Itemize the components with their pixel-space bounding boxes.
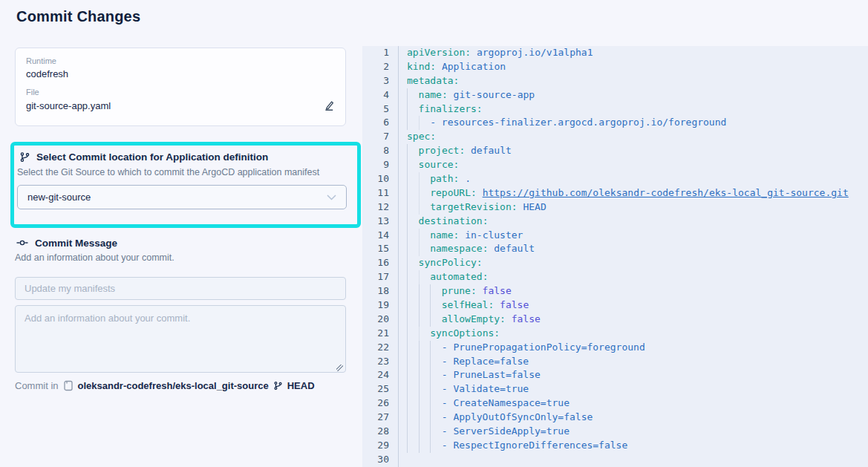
line-number: 22 xyxy=(362,341,399,355)
line-number: 15 xyxy=(362,242,399,256)
code-token-val: - RespectIgnoreDifferences=false xyxy=(442,440,627,451)
commit-message-subtitle: Add an information about your commit. xyxy=(15,252,174,263)
code-token-key: path: xyxy=(430,173,459,184)
runtime-value: codefresh xyxy=(26,68,335,79)
code-token-val: - CreateNamespace=true xyxy=(442,397,570,408)
code-line[interactable]: 7spec: xyxy=(362,130,868,144)
code-token-val: argoproj.io/v1alpha1 xyxy=(471,47,593,58)
code-line[interactable]: 12targetRevision: HEAD xyxy=(362,200,868,215)
code-token-key: spec: xyxy=(407,131,436,142)
code-line[interactable]: 18prune: false xyxy=(362,284,868,298)
commit-repo-name: oleksandr-codefresh/eks-local_git-source xyxy=(78,380,269,391)
code-token-key: apiVersion: xyxy=(407,47,471,58)
line-number: 14 xyxy=(362,229,399,243)
code-token-key: repoURL: xyxy=(430,187,477,198)
line-number: 21 xyxy=(362,327,399,341)
code-line[interactable]: 4name: git-source-app xyxy=(362,88,868,102)
git-branch-icon xyxy=(19,151,30,163)
runtime-label: Runtime xyxy=(26,56,335,65)
code-token-val: - PrunePropagationPolicy=foreground xyxy=(442,342,645,353)
code-line[interactable]: 10path: . xyxy=(362,172,868,186)
code-line[interactable]: 9source: xyxy=(362,158,868,172)
line-number: 29 xyxy=(362,439,399,453)
code-line[interactable]: 29- RespectIgnoreDifferences=false xyxy=(362,439,868,453)
code-line[interactable]: 13destination: xyxy=(362,215,868,229)
code-token-bool: false xyxy=(477,285,512,296)
code-line[interactable]: 15namespace: default xyxy=(362,242,868,256)
code-token-val: git-source-app xyxy=(448,89,535,100)
code-line[interactable]: 26- CreateNamespace=true xyxy=(362,396,868,411)
code-token-key: name: xyxy=(419,89,448,100)
code-line[interactable]: 6- resources-finalizer.argocd.argoproj.i… xyxy=(362,116,868,130)
code-line[interactable]: 21syncOptions: xyxy=(362,327,868,341)
commit-summary-input[interactable] xyxy=(15,277,346,300)
commit-location-subtitle: Select the Git Source to which to commit… xyxy=(16,167,347,177)
code-token-link: https://github.com/oleksandr-codefresh/e… xyxy=(483,187,849,198)
code-token-key: metadata: xyxy=(407,75,459,86)
line-number: 18 xyxy=(362,284,399,298)
code-token-key: prune: xyxy=(442,285,477,296)
git-commit-icon xyxy=(16,237,28,249)
edit-file-pencil-icon[interactable] xyxy=(323,99,335,111)
code-line[interactable]: 22- PrunePropagationPolicy=foreground xyxy=(362,341,868,355)
head-branch-icon xyxy=(273,381,283,391)
code-token-key: syncOptions: xyxy=(430,327,500,339)
line-number: 13 xyxy=(362,215,399,229)
code-line[interactable]: 25- Validate=true xyxy=(362,382,868,396)
code-line[interactable]: 23- Replace=false xyxy=(362,355,868,369)
yaml-editor[interactable]: 1apiVersion: argoproj.io/v1alpha12kind: … xyxy=(362,46,868,467)
code-token-val: - ServerSideApply=true xyxy=(442,425,570,437)
line-number: 16 xyxy=(362,256,399,270)
line-number: 1 xyxy=(362,46,399,60)
code-line[interactable]: 16syncPolicy: xyxy=(362,256,868,270)
line-number: 8 xyxy=(362,144,399,158)
line-number: 10 xyxy=(362,172,399,186)
line-number: 7 xyxy=(362,130,399,144)
commit-in-label: Commit in xyxy=(15,380,59,391)
file-value: git-source-app.yaml xyxy=(26,100,111,111)
line-number: 30 xyxy=(362,453,399,467)
code-line[interactable]: 28- ServerSideApply=true xyxy=(362,425,868,439)
code-token-key: selfHeal: xyxy=(442,299,494,310)
code-token-val: default xyxy=(465,145,512,156)
code-line[interactable]: 19selfHeal: false xyxy=(362,298,868,313)
code-token-val: - PruneLast=false xyxy=(442,369,541,380)
code-line[interactable]: 1apiVersion: argoproj.io/v1alpha1 xyxy=(362,46,868,60)
code-token-val: . xyxy=(459,173,471,184)
code-line[interactable]: 5finalizers: xyxy=(362,102,868,117)
commit-description-textarea[interactable] xyxy=(15,305,346,373)
code-token-key: project: xyxy=(419,145,466,156)
code-line[interactable]: 30 xyxy=(362,453,868,467)
code-line[interactable]: 14name: in-cluster xyxy=(362,229,868,243)
code-line[interactable]: 24- PruneLast=false xyxy=(362,368,868,382)
git-source-select[interactable]: new-git-source xyxy=(17,185,347,209)
line-number: 19 xyxy=(362,298,399,313)
code-token-key: syncPolicy: xyxy=(419,257,483,268)
code-line[interactable]: 3metadata: xyxy=(362,74,868,88)
code-line[interactable]: 11repoURL: https://github.com/oleksandr-… xyxy=(362,186,868,200)
code-line[interactable]: 2kind: Application xyxy=(362,60,868,74)
line-number: 12 xyxy=(362,200,399,215)
code-token-key: targetRevision: xyxy=(430,201,517,212)
code-token-key: allowEmpty: xyxy=(442,313,506,324)
code-token-bool: false xyxy=(506,313,541,324)
file-label: File xyxy=(26,88,335,97)
code-line[interactable]: 27- ApplyOutOfSyncOnly=false xyxy=(362,411,868,425)
code-line[interactable]: 8project: default xyxy=(362,144,868,158)
code-token-val: - ApplyOutOfSyncOnly=false xyxy=(442,411,593,422)
code-token-bool: false xyxy=(494,299,529,310)
line-number: 24 xyxy=(362,368,399,382)
line-number: 2 xyxy=(362,60,399,74)
commit-target-info: Commit in oleksandr-codefresh/eks-local_… xyxy=(15,380,315,391)
code-line[interactable]: 20allowEmpty: false xyxy=(362,313,868,327)
code-token-key: destination: xyxy=(419,215,489,226)
code-line[interactable]: 17automated: xyxy=(362,270,868,284)
code-token-key: source: xyxy=(419,159,460,170)
code-token-key: name: xyxy=(430,229,459,241)
line-number: 17 xyxy=(362,270,399,284)
code-token-val: Application xyxy=(436,61,506,72)
chevron-down-icon xyxy=(327,195,336,200)
runtime-file-card: Runtime codefresh File git-source-app.ya… xyxy=(15,48,346,126)
line-number: 11 xyxy=(362,186,399,200)
code-token-plain xyxy=(477,187,483,198)
